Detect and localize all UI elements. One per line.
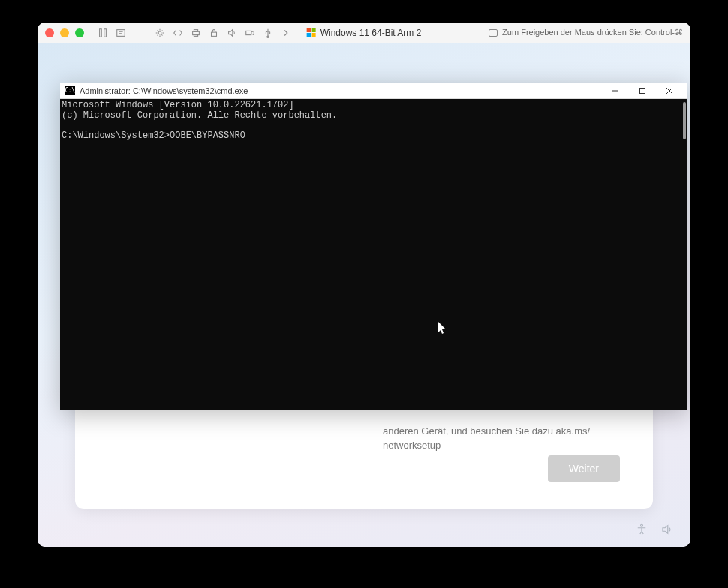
code-icon[interactable] <box>173 28 183 38</box>
vm-guest-display: anderen Gerät, und besuchen Sie dazu aka… <box>38 44 690 547</box>
cmd-title-text: Administrator: C:\Windows\system32\cmd.e… <box>80 86 248 95</box>
volume-icon[interactable] <box>660 523 674 539</box>
camera-icon[interactable] <box>245 28 255 38</box>
chevron-right-icon[interactable] <box>281 28 291 38</box>
svg-point-10 <box>641 524 643 526</box>
close-window-button[interactable] <box>45 28 54 38</box>
svg-rect-1 <box>104 28 107 37</box>
settings-icon[interactable] <box>155 28 165 38</box>
vm-toolbar-devices <box>155 28 291 38</box>
svg-rect-2 <box>117 29 125 36</box>
maximize-button[interactable] <box>629 82 656 99</box>
oobe-footer-icons <box>635 523 674 539</box>
vm-title: Windows 11 64-Bit Arm 2 <box>307 28 422 38</box>
vm-toolbar-left <box>98 28 126 38</box>
windows-logo-icon <box>307 28 316 38</box>
oobe-text-line1: anderen Gerät, und besuchen Sie dazu aka… <box>383 425 590 436</box>
printer-icon[interactable] <box>191 28 201 38</box>
cmd-typed-command: OOBE\BYPASSNRO <box>170 130 245 141</box>
vm-host-window: Windows 11 64-Bit Arm 2 Zum Freigeben de… <box>38 22 690 547</box>
close-button[interactable] <box>656 82 683 99</box>
cmd-terminal-body[interactable]: Microsoft Windows [Version 10.0.22621.17… <box>60 99 687 410</box>
mouse-release-hint: Zum Freigeben der Maus drücken Sie: Cont… <box>502 28 683 38</box>
svg-point-3 <box>158 32 161 34</box>
minimize-window-button[interactable] <box>60 28 69 38</box>
cmd-line-copyright: (c) Microsoft Corporation. Alle Rechte v… <box>62 110 337 121</box>
traffic-lights <box>45 28 84 38</box>
cmd-titlebar[interactable]: C:\ Administrator: C:\Windows\system32\c… <box>60 82 687 99</box>
svg-rect-8 <box>246 31 251 34</box>
cmd-app-icon: C:\ <box>65 86 75 95</box>
vm-title-text: Windows 11 64-Bit Arm 2 <box>320 28 422 38</box>
next-button[interactable]: Weiter <box>548 455 620 482</box>
oobe-help-text: anderen Gerät, und besuchen Sie dazu aka… <box>383 424 590 453</box>
svg-rect-0 <box>100 28 102 37</box>
cmd-window[interactable]: C:\ Administrator: C:\Windows\system32\c… <box>60 82 687 410</box>
mouse-cursor-icon <box>438 322 447 335</box>
minimize-button[interactable] <box>602 82 629 99</box>
cmd-window-controls <box>602 82 683 99</box>
snapshot-icon[interactable] <box>116 28 126 38</box>
accessibility-icon[interactable] <box>635 523 648 539</box>
usb-icon[interactable] <box>263 28 273 38</box>
svg-rect-5 <box>194 29 197 32</box>
oobe-text-line2: networksetup <box>383 440 441 451</box>
vm-titlebar: Windows 11 64-Bit Arm 2 Zum Freigeben de… <box>38 22 690 44</box>
cmd-line-version: Microsoft Windows [Version 10.0.22621.17… <box>62 100 294 110</box>
svg-rect-7 <box>212 32 217 36</box>
keyboard-icon <box>489 29 498 37</box>
pause-icon[interactable] <box>98 28 108 38</box>
vm-titlebar-right: Zum Freigeben der Maus drücken Sie: Cont… <box>489 28 683 38</box>
sound-icon[interactable] <box>227 28 237 38</box>
cmd-scrollbar-thumb[interactable] <box>683 102 686 140</box>
svg-rect-11 <box>640 88 645 93</box>
cmd-prompt: C:\Windows\System32> <box>62 130 170 141</box>
zoom-window-button[interactable] <box>75 28 84 38</box>
lock-icon[interactable] <box>209 28 219 38</box>
